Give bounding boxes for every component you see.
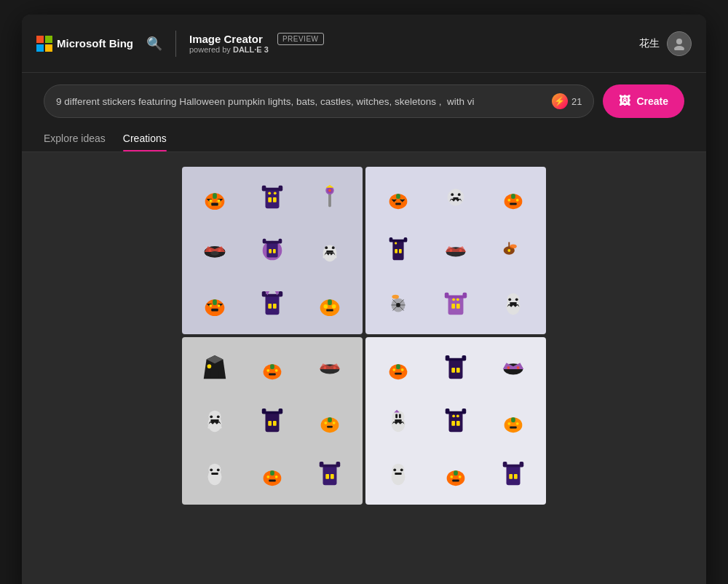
svg-rect-187	[395, 414, 397, 418]
svg-point-138	[217, 415, 220, 418]
sticker-item	[302, 342, 358, 393]
svg-rect-141	[207, 427, 211, 429]
svg-point-85	[516, 199, 519, 202]
svg-rect-167	[336, 462, 341, 467]
tab-creations[interactable]: Creations	[123, 125, 167, 151]
svg-rect-164	[323, 466, 337, 486]
svg-rect-217	[503, 462, 507, 467]
svg-rect-58	[262, 291, 266, 297]
svg-rect-59	[279, 291, 283, 297]
svg-point-208	[400, 469, 403, 472]
svg-point-137	[210, 415, 213, 418]
create-button-icon: 🖼	[619, 95, 630, 108]
svg-point-203	[516, 422, 519, 425]
image-cell-3[interactable]	[182, 337, 363, 505]
sticker-item	[486, 278, 542, 330]
svg-rect-47	[323, 256, 327, 259]
svg-rect-3	[45, 44, 52, 52]
avatar[interactable]	[667, 31, 692, 56]
create-button[interactable]: 🖼 Create	[603, 84, 684, 118]
svg-rect-45	[327, 250, 334, 253]
svg-rect-113	[456, 304, 460, 309]
svg-point-66	[324, 304, 328, 309]
svg-point-26	[328, 189, 331, 192]
svg-rect-112	[451, 304, 455, 309]
svg-rect-2	[36, 44, 44, 52]
svg-point-55	[217, 304, 220, 307]
svg-rect-145	[262, 409, 266, 414]
image-cell-2[interactable]	[365, 167, 546, 334]
svg-rect-197	[456, 421, 460, 426]
bing-logo[interactable]: Microsoft Bing	[36, 36, 133, 52]
image-cell-1[interactable]	[182, 167, 363, 334]
svg-rect-168	[326, 474, 330, 479]
svg-rect-86	[510, 202, 518, 205]
svg-point-129	[275, 369, 278, 372]
svg-rect-201	[511, 417, 515, 422]
svg-rect-219	[510, 474, 513, 479]
app-window: Microsoft Bing 🔍 Image Creator PREVIEW p…	[22, 15, 706, 584]
sticker-item	[186, 171, 242, 223]
svg-rect-39	[269, 249, 272, 253]
svg-point-198	[452, 414, 455, 417]
svg-point-97	[459, 249, 462, 252]
svg-rect-110	[445, 293, 449, 299]
sticker-item	[186, 278, 242, 330]
user-icon	[673, 37, 686, 50]
sticker-item	[486, 449, 542, 500]
sticker-item	[427, 342, 483, 393]
search-input-wrap[interactable]: ⚡ 21	[44, 84, 594, 118]
svg-rect-61	[273, 304, 277, 309]
svg-rect-15	[265, 189, 279, 208]
svg-point-67	[332, 304, 336, 309]
svg-rect-178	[462, 355, 467, 361]
sticker-item	[370, 342, 426, 393]
sticker-item	[186, 395, 242, 446]
svg-rect-177	[446, 355, 450, 361]
svg-point-32	[218, 249, 221, 252]
svg-rect-88	[391, 240, 405, 242]
sticker-grid-4	[365, 337, 546, 505]
svg-point-134	[333, 366, 336, 369]
image-cell-4[interactable]	[365, 337, 546, 505]
sticker-item	[427, 278, 483, 330]
svg-point-4	[676, 39, 682, 44]
svg-point-5	[674, 46, 684, 50]
tabs-area: Explore ideas Creations	[22, 118, 706, 152]
svg-point-173	[400, 368, 403, 371]
sticker-grid-3	[182, 337, 363, 505]
app-title: Image Creator	[189, 33, 263, 45]
svg-point-151	[325, 422, 328, 425]
svg-point-152	[333, 422, 336, 425]
svg-rect-70	[396, 194, 400, 199]
svg-point-183	[507, 366, 510, 369]
sticker-item	[244, 224, 300, 276]
svg-point-184	[517, 366, 520, 369]
svg-rect-179	[451, 368, 455, 373]
svg-rect-0	[36, 36, 44, 43]
svg-point-31	[208, 249, 211, 252]
svg-rect-108	[448, 297, 464, 315]
boost-count: 21	[571, 96, 582, 107]
app-subtitle: powered by DALL·E 3	[189, 45, 324, 54]
svg-rect-194	[446, 409, 450, 414]
tab-explore[interactable]: Explore ideas	[44, 125, 106, 151]
svg-point-101	[508, 249, 511, 252]
svg-rect-163	[269, 480, 276, 482]
svg-rect-56	[265, 296, 279, 315]
svg-rect-143	[265, 413, 279, 433]
svg-rect-175	[448, 359, 462, 379]
search-icon[interactable]: 🔍	[146, 36, 162, 52]
svg-point-96	[449, 249, 452, 252]
svg-point-161	[266, 476, 269, 478]
search-bar-area: ⚡ 21 🖼 Create	[22, 73, 706, 118]
svg-rect-214	[452, 480, 459, 482]
dalle-text: DALL·E 3	[233, 45, 269, 54]
svg-rect-90	[403, 237, 407, 242]
search-input[interactable]	[56, 96, 552, 107]
sticker-item	[370, 395, 426, 446]
header: Microsoft Bing 🔍 Image Creator PREVIEW p…	[22, 15, 706, 73]
svg-rect-124	[210, 370, 218, 377]
svg-point-33	[210, 251, 218, 256]
svg-rect-153	[328, 426, 333, 428]
